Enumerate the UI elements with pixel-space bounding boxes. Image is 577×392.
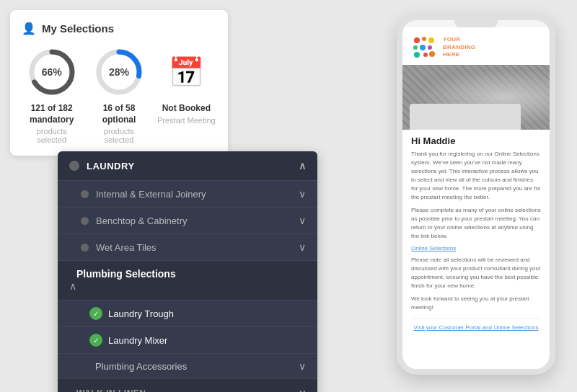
benchtop-label: Benchtop & Cabinetry: [96, 215, 187, 226]
stats-row: 66% 121 of 182 mandatory products select…: [22, 47, 216, 144]
phone-para4: We look forward to seeing you at your pr…: [411, 295, 541, 312]
svg-point-5: [422, 37, 426, 41]
meeting-status: Not Booked: [162, 103, 211, 115]
phone-body: Hi Maddie Thank you for registering on o…: [402, 130, 550, 337]
phone-mockup: YOUR BRANDING HERE Hi Maddie Thank you f…: [397, 14, 555, 375]
svg-point-12: [429, 51, 435, 57]
panel-title: 👤 My Selections: [22, 22, 216, 35]
list-item[interactable]: Wet Area Tiles ∨: [58, 233, 317, 260]
mandatory-count: 121 of 182: [31, 103, 73, 115]
phone-para1: Thank you for registering on our Online …: [411, 150, 541, 202]
svg-point-7: [413, 45, 418, 50]
phone-para3: Please note all selections will be revie…: [411, 256, 541, 290]
optional-stat: 28% 16 of 58 optional products selected: [89, 47, 149, 144]
benchtop-circle-icon: [81, 217, 89, 225]
walk-in-linen-header[interactable]: WALK IN LINEN ∨: [58, 378, 317, 392]
optional-sub: products selected: [89, 127, 149, 144]
online-selections-link[interactable]: Online Selections: [411, 245, 541, 251]
plumbing-selections-item[interactable]: Plumbing Selections ∧: [58, 260, 317, 300]
joinery-chevron-icon: ∨: [299, 188, 306, 200]
optional-pct: 28%: [109, 66, 129, 78]
list-item[interactable]: ✓ Laundry Trough: [58, 300, 317, 326]
svg-point-8: [420, 45, 426, 50]
walk-in-label: WALK IN LINEN: [76, 388, 146, 392]
brand-line1: YOUR: [443, 36, 476, 43]
phone-divider: [411, 318, 541, 318]
brand-line2: BRANDING: [443, 44, 476, 51]
mandatory-stat: 66% 121 of 182 mandatory products select…: [22, 47, 82, 144]
walk-in-chevron-icon: ∨: [299, 388, 307, 392]
mandatory-label: mandatory: [30, 115, 74, 126]
mandatory-donut: 66%: [27, 47, 77, 97]
laundry-circle-icon: [69, 161, 79, 171]
laundry-chevron-up-icon: ∧: [299, 160, 307, 172]
tiles-label: Wet Area Tiles: [96, 242, 157, 253]
laundry-section-header[interactable]: LAUNDRY ∧: [58, 151, 317, 180]
calendar-icon: 📅: [161, 47, 211, 97]
optional-donut: 28%: [94, 47, 144, 97]
selections-icon: 👤: [22, 22, 36, 35]
svg-point-9: [428, 45, 432, 50]
mandatory-pct: 66%: [42, 66, 62, 78]
list-item[interactable]: Benchtop & Cabinetry ∨: [58, 207, 317, 233]
panel-title-text: My Selections: [42, 22, 114, 35]
bathroom-visual: [402, 65, 550, 130]
phone-greeting: Hi Maddie: [411, 135, 541, 146]
laundry-mixer-label: Laundry Mixer: [108, 335, 167, 346]
plumbing-accessories-label: Plumbing Accessories: [95, 361, 187, 372]
mixer-check-icon: ✓: [89, 334, 102, 347]
svg-point-11: [423, 53, 428, 57]
laundry-menu-panel: LAUNDRY ∧ Internal & External Joinery ∨ …: [58, 151, 317, 392]
joinery-label: Internal & External Joinery: [96, 189, 206, 200]
tiles-chevron-icon: ∨: [299, 241, 306, 253]
phone-notch: [454, 20, 498, 27]
mandatory-sub: products selected: [22, 127, 82, 144]
my-selections-panel: 👤 My Selections 66% 121 of 182 mandatory…: [10, 10, 228, 156]
meeting-label: Prestart Meeting: [157, 116, 216, 125]
brand-text-block: YOUR BRANDING HERE: [443, 36, 476, 58]
laundry-trough-label: Laundry Trough: [108, 308, 174, 319]
svg-point-6: [428, 37, 434, 43]
svg-point-4: [414, 37, 420, 43]
joinery-circle-icon: [81, 190, 89, 198]
trough-check-icon: ✓: [89, 307, 102, 320]
meeting-stat: 📅 Not Booked Prestart Meeting: [157, 47, 216, 125]
phone-para2: Please complete as many of your online s…: [411, 206, 541, 241]
phone-content: YOUR BRANDING HERE Hi Maddie Thank you f…: [402, 27, 550, 369]
brand-line3: HERE: [443, 51, 476, 58]
accessories-chevron-icon: ∨: [299, 360, 306, 372]
list-item[interactable]: ✓ Laundry Mixer: [58, 326, 317, 353]
optional-count: 16 of 58 optional: [89, 103, 149, 125]
list-item[interactable]: Plumbing Accessories ∨: [58, 353, 317, 378]
plumbing-selections-label: Plumbing Selections: [76, 268, 176, 280]
brand-logo-icon: [411, 35, 437, 61]
plumbing-chevron-up-icon: ∧: [69, 280, 76, 292]
phone-hero-image: [402, 65, 550, 130]
customer-portal-link[interactable]: Visit your Customer Portal and Online Se…: [411, 324, 541, 331]
phone-logo-area: YOUR BRANDING HERE: [402, 27, 550, 65]
tiles-circle-icon: [81, 244, 89, 251]
list-item[interactable]: Internal & External Joinery ∨: [58, 180, 317, 207]
benchtop-chevron-icon: ∨: [299, 215, 306, 226]
laundry-section-label: LAUNDRY: [87, 161, 135, 172]
svg-point-10: [414, 52, 420, 58]
